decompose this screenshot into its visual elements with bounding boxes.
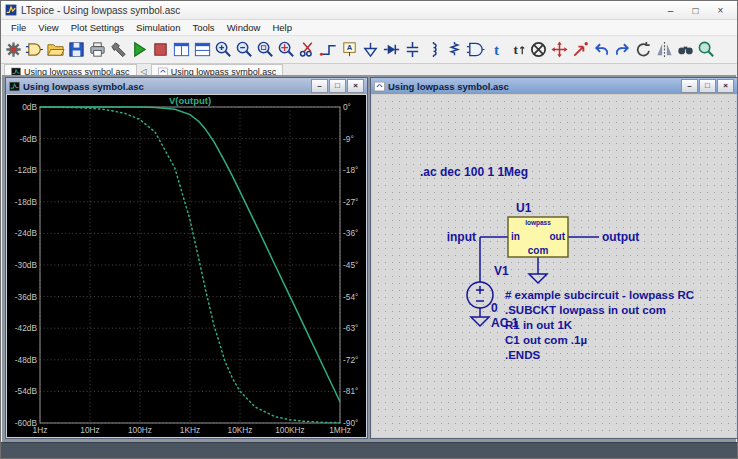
delete-icon (529, 40, 548, 59)
print-button[interactable] (87, 38, 108, 62)
ground-symbol-v1[interactable] (471, 317, 489, 326)
status-bar (1, 442, 737, 458)
find-button[interactable] (675, 38, 696, 62)
print-icon (88, 40, 107, 59)
db-tick-label: -60dB (15, 418, 38, 428)
rotate-button[interactable] (633, 38, 654, 62)
zoom-previous-button[interactable] (696, 38, 717, 62)
waveform-close-button[interactable]: × (347, 79, 364, 93)
phase-tick-label: -63° (343, 323, 358, 333)
wire-button[interactable] (318, 38, 339, 62)
zoom-full-extents-button[interactable] (255, 38, 276, 62)
v1-source-symbol[interactable] (467, 282, 493, 308)
net-label-input[interactable]: input (428, 230, 476, 244)
tile-horizontal-button[interactable] (192, 38, 213, 62)
schematic-close-button[interactable]: × (717, 79, 734, 93)
db-tick-label: 0dB (22, 102, 37, 112)
toolbar: Att (1, 36, 737, 64)
resistor-button[interactable] (444, 38, 465, 62)
maximize-button[interactable]: □ (683, 2, 708, 18)
run-button[interactable] (129, 38, 150, 62)
mirror-button[interactable] (654, 38, 675, 62)
waveform-maximize-button[interactable]: □ (329, 79, 346, 93)
net-label-output[interactable]: output (602, 230, 639, 244)
comment-line[interactable]: # example subcircuit - lowpass RC (505, 289, 694, 303)
spice-directive-button[interactable]: t (507, 38, 528, 62)
v1-value[interactable]: 0 (491, 301, 498, 315)
find-icon (676, 40, 695, 59)
schematic-window-titlebar[interactable]: Using lowpass symbol.asc – □ × (371, 78, 737, 94)
menu-window[interactable]: Window (221, 22, 267, 33)
comment-line[interactable]: .SUBCKT lowpass in out com (505, 304, 666, 318)
bode-plot[interactable]: 1Hz10Hz100Hz1KHz10KHz100KHz1MHz0dB0°-6dB… (7, 95, 366, 437)
db-tick-label: -18dB (15, 197, 38, 207)
menu-tools[interactable]: Tools (186, 22, 220, 33)
zoom-out-icon (235, 40, 254, 59)
phase-tick-label: -72° (343, 355, 358, 365)
zoom-in-icon (214, 40, 233, 59)
schematic-icon (374, 81, 385, 92)
drag-button[interactable] (570, 38, 591, 62)
menu-view[interactable]: View (32, 22, 64, 33)
redo-button[interactable] (612, 38, 633, 62)
comment-line[interactable]: .ENDS (505, 349, 540, 363)
schematic-maximize-button[interactable]: □ (699, 79, 716, 93)
schematic-canvas[interactable]: .ac dec 100 1 1Meg U1 lowpass in out com… (372, 95, 736, 437)
zoom-out-button[interactable] (234, 38, 255, 62)
tile-vertical-button[interactable] (171, 38, 192, 62)
spice-directive-text[interactable]: .ac dec 100 1 1Meg (420, 165, 528, 179)
cut-button[interactable] (297, 38, 318, 62)
menu-help[interactable]: Help (266, 22, 298, 33)
ground-button[interactable] (360, 38, 381, 62)
control-panel-icon (109, 40, 128, 59)
new-symbol-button[interactable] (24, 38, 45, 62)
menu-plot-settings[interactable]: Plot Settings (65, 22, 130, 33)
tile-horizontal-icon (193, 40, 212, 59)
halt-button[interactable] (150, 38, 171, 62)
save-icon (67, 40, 86, 59)
waveform-window-controls: – □ × (310, 79, 364, 93)
save-button[interactable] (66, 38, 87, 62)
capacitor-button[interactable] (402, 38, 423, 62)
pin-label-com: com (508, 245, 568, 257)
menu-file[interactable]: File (5, 22, 32, 33)
delete-button[interactable] (528, 38, 549, 62)
v1-refdes[interactable]: V1 (494, 264, 509, 278)
move-button[interactable] (549, 38, 570, 62)
minimize-button[interactable]: – (658, 2, 683, 18)
u1-symbol-name: lowpass (508, 219, 568, 227)
new-schematic-button[interactable] (3, 38, 24, 62)
text-button[interactable]: t (486, 38, 507, 62)
open-button[interactable] (45, 38, 66, 62)
comment-line[interactable]: C1 out com .1µ (505, 334, 587, 348)
menu-simulation[interactable]: Simulation (130, 22, 186, 33)
component-button[interactable] (465, 38, 486, 62)
phase-tick-label: -54° (343, 292, 358, 302)
waveform-window-title: Using lowpass symbol.asc (23, 81, 144, 92)
plot-area[interactable]: 1Hz10Hz100Hz1KHz10KHz100KHz1MHz0dB0°-6dB… (7, 95, 366, 437)
close-button[interactable]: × (708, 2, 733, 18)
title-bar: LTspice - Using lowpass symbol.asc – □ × (1, 1, 737, 20)
phase-tick-label: -9° (343, 134, 354, 144)
control-panel-button[interactable] (108, 38, 129, 62)
pan-button[interactable] (276, 38, 297, 62)
x-tick-label: 10Hz (80, 425, 99, 435)
u1-refdes[interactable]: U1 (516, 201, 531, 215)
schematic-minimize-button[interactable]: – (681, 79, 698, 93)
schematic-window-title: Using lowpass symbol.asc (388, 81, 509, 92)
zoom-in-button[interactable] (213, 38, 234, 62)
trace-label[interactable]: V(output) (169, 95, 211, 106)
diode-button[interactable] (381, 38, 402, 62)
db-tick-label: -30dB (15, 260, 38, 270)
waveform-window-titlebar[interactable]: Using lowpass symbol.asc – □ × (6, 78, 367, 94)
inductor-button[interactable] (423, 38, 444, 62)
ground-symbol-com[interactable] (529, 274, 547, 283)
ltspice-logo-icon (5, 4, 17, 16)
label-net-button[interactable]: A (339, 38, 360, 62)
svg-text:A: A (347, 43, 353, 52)
undo-button[interactable] (591, 38, 612, 62)
text-icon: t (487, 40, 506, 59)
waveform-minimize-button[interactable]: – (311, 79, 328, 93)
trace-magnitude[interactable] (40, 107, 340, 402)
comment-line[interactable]: R1 in out 1K (505, 319, 572, 333)
